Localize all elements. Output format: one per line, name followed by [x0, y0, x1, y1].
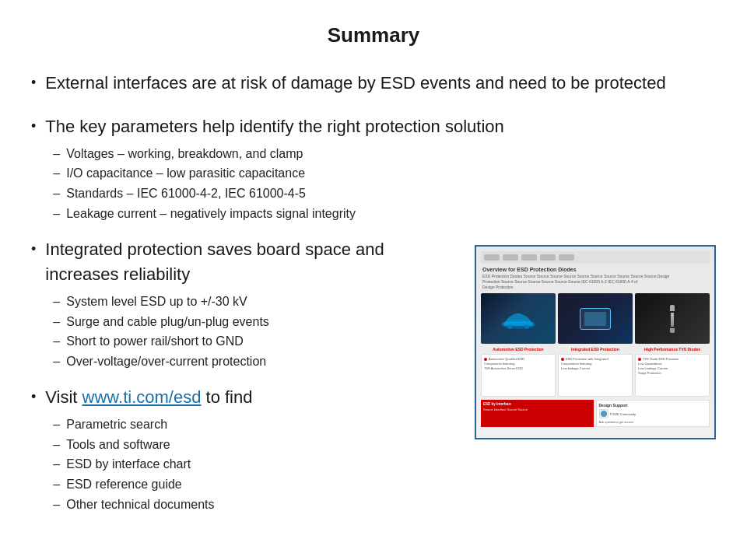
ti-esd-link[interactable]: www.ti.com/esd [82, 387, 202, 407]
bullet-content-1: External interfaces are at risk of damag… [45, 71, 716, 100]
ti-nav-item [540, 254, 556, 261]
cable-icon [670, 305, 675, 333]
ti-card-3: TVS Diode ESD Precision Low Capacitance … [635, 354, 710, 397]
ti-nav-bar [481, 251, 710, 264]
bullet-section-3: • Integrated protection saves board spac… [31, 237, 459, 371]
cable-body [671, 313, 674, 327]
bullet-dot-1: • [31, 72, 36, 93]
bullet-dot-icon [484, 358, 487, 361]
bullet-dot-icon [638, 358, 641, 361]
bullet-section-1: • External interfaces are at risk of dam… [31, 71, 716, 100]
visit-prefix: Visit [45, 387, 82, 407]
sub-bullets-3: System level ESD up to +/-30 kV Surge an… [53, 292, 459, 371]
svg-point-2 [507, 324, 512, 329]
list-item: ESD by interface chart [53, 454, 459, 474]
bullet-main-text-1: External interfaces are at risk of damag… [45, 71, 716, 96]
ti-card-2: ESD Protection with Integrated Component… [558, 354, 633, 397]
list-item: Other technical documents [53, 495, 459, 515]
bullet-main-text-2: The key parameters help identify the rig… [45, 114, 716, 139]
bullet-content-4: Visit www.ti.com/esd to find Parametric … [45, 385, 459, 514]
list-item: Parametric search [53, 415, 459, 435]
bullet-dot-3: • [31, 239, 36, 259]
ti-esd-interface-label: ESD by Interface [483, 402, 591, 406]
ti-community-row: TI E2E Community [599, 409, 707, 418]
bullet-dot-icon [561, 358, 564, 361]
ti-card-1: Automotive Qualified ESD Components feat… [481, 354, 556, 397]
list-item: Tools and software [53, 435, 459, 455]
ti-community-subtext: Ask questions get source [599, 420, 707, 424]
list-item: I/O capacitance – low parasitic capacita… [53, 163, 716, 184]
community-circle-icon [601, 411, 607, 417]
ti-nav-item [484, 254, 500, 261]
bullet-dot-2: • [31, 116, 36, 137]
ti-nav-item [521, 254, 537, 261]
svg-point-3 [524, 324, 529, 329]
ti-images-row [481, 293, 710, 344]
ti-card-3-text: TVS Diode ESD Precision Low Capacitance … [638, 357, 707, 376]
ti-esd-interface-subtext: Source Interface Source Source [483, 408, 591, 411]
bullet-content-2: The key parameters help identify the rig… [45, 114, 716, 223]
bottom-left: • Integrated protection saves board spac… [31, 237, 459, 528]
list-item: System level ESD up to +/-30 kV [53, 292, 459, 312]
bullet-section-4: • Visit www.ti.com/esd to find Parametri… [31, 385, 459, 514]
ti-image-container: Overview for ESD Protection Diodes ESD P… [475, 245, 716, 439]
cable-top [670, 305, 675, 311]
list-item: Short to power rail/short to GND [53, 331, 459, 352]
ti-image-labels: Automotive ESD Protection Integrated ESD… [481, 347, 710, 352]
bullet-main-text-3: Integrated protection saves board space … [45, 237, 459, 287]
ti-img-integrated [558, 293, 633, 344]
car-icon [497, 307, 540, 331]
ti-esd-screenshot: Overview for ESD Protection Diodes ESD P… [475, 245, 716, 439]
ti-esd-interface-box: ESD by Interface Source Interface Source… [481, 400, 594, 427]
tablet-icon [580, 308, 611, 330]
ti-page-subtitle: ESD Protection Diodes Source Source Sour… [481, 274, 710, 290]
ti-card-item: Low-leakage Current [561, 366, 630, 371]
list-item: Standards – IEC 61000-4-2, IEC 61000-4-5 [53, 184, 716, 204]
ti-nav-item [559, 254, 574, 261]
list-item: Leakage current – negatively impacts sig… [53, 204, 716, 224]
page-title: Summary [31, 16, 716, 47]
ti-design-support-label: Design Support [599, 403, 707, 408]
ti-img-automotive [481, 293, 556, 344]
ti-community-label: TI E2E Community [610, 412, 637, 416]
bottom-section: • Integrated protection saves board spac… [31, 237, 716, 528]
bullet-section-2: • The key parameters help identify the r… [31, 114, 716, 223]
ti-label-auto: Automotive ESD Protection [481, 347, 556, 352]
ti-row-cards: Automotive Qualified ESD Components feat… [481, 354, 710, 397]
ti-card-item: Surge Protection [638, 371, 707, 376]
bullet-dot-4: • [31, 387, 36, 408]
list-item: Voltages – working, breakdown, and clamp [53, 144, 716, 164]
content-area: • External interfaces are at risk of dam… [31, 71, 716, 528]
ti-community-icon [599, 409, 608, 418]
sub-bullets-2: Voltages – working, breakdown, and clamp… [53, 144, 716, 223]
ti-page-title: Overview for ESD Protection Diodes [481, 267, 710, 272]
list-item: Over-voltage/over-current protection [53, 352, 459, 372]
ti-image-inner: Overview for ESD Protection Diodes ESD P… [476, 247, 714, 438]
ti-card-2-text: ESD Protection with Integrated Component… [561, 357, 630, 371]
sub-bullets-4: Parametric search Tools and software ESD… [53, 415, 459, 514]
ti-card-item: TVS Automotive Zener ESD [484, 366, 552, 371]
visit-suffix: to find [201, 387, 252, 407]
bullet-main-text-4: Visit www.ti.com/esd to find [45, 385, 459, 410]
bullet-content-3: Integrated protection saves board space … [45, 237, 459, 371]
ti-nav-item [503, 254, 518, 261]
ti-label-tvs: High Performance TVS Diodes [635, 347, 710, 352]
list-item: Surge and cable plug/un-plug events [53, 312, 459, 332]
cable-bottom [670, 328, 675, 333]
ti-img-tvs [635, 293, 710, 344]
tablet-screen [584, 312, 606, 326]
ti-label-int: Integrated ESD Protection [558, 347, 633, 352]
list-item: ESD reference guide [53, 474, 459, 495]
ti-card-1-text: Automotive Qualified ESD Components feat… [484, 357, 552, 371]
ti-bottom-row: ESD by Interface Source Interface Source… [481, 400, 710, 427]
ti-design-support-box: Design Support TI E2E Community Ask ques… [596, 400, 710, 427]
